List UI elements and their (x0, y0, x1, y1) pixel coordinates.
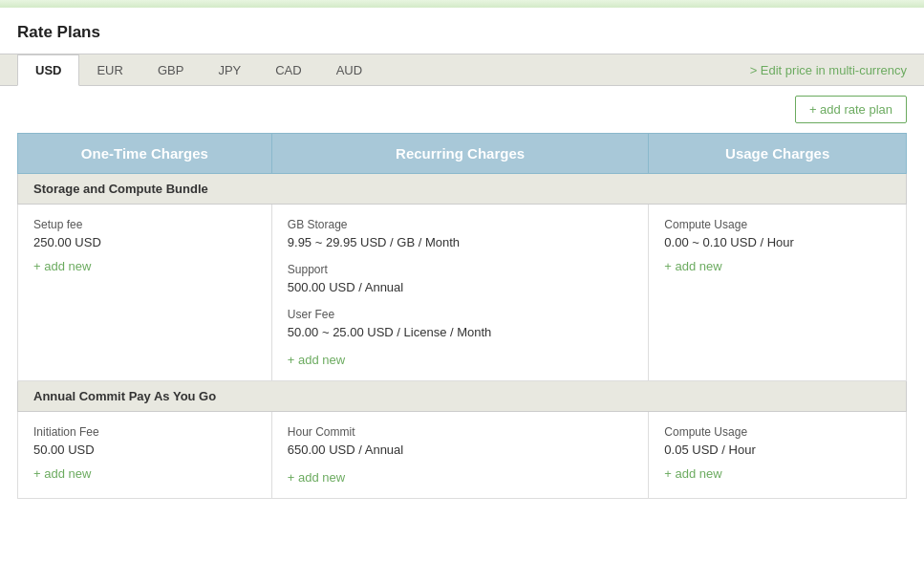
recurring-label-0-0: GB Storage (288, 218, 634, 231)
one-time-label-1-0: Initiation Fee (33, 425, 256, 439)
one-time-value-1-0: 50.00 USD (33, 443, 256, 457)
one-time-value-0-0: 250.00 USD (33, 235, 256, 249)
usage-cell-0: Compute Usage0.00 ~ 0.10 USD / Hour+ add… (649, 205, 907, 381)
recurring-label-0-2: User Fee (288, 308, 634, 321)
data-row-1: Initiation Fee50.00 USD+ add newHour Com… (18, 412, 907, 499)
header-usage: Usage Charges (649, 134, 907, 174)
usage-add-new-0[interactable]: + add new (664, 259, 721, 273)
usage-label-0-0: Compute Usage (664, 218, 891, 231)
usage-add-new-1[interactable]: + add new (664, 466, 721, 481)
usage-value-0-0: 0.00 ~ 0.10 USD / Hour (664, 235, 891, 249)
recurring-cell-1: Hour Commit650.00 USD / Annual+ add new (271, 412, 649, 499)
tab-aud[interactable]: AUD (319, 55, 379, 85)
recurring-label-1-0: Hour Commit (288, 425, 634, 439)
edit-multi-currency-link[interactable]: > Edit price in multi-currency (750, 63, 907, 77)
tab-gbp[interactable]: GBP (140, 55, 201, 85)
page-title: Rate Plans (0, 8, 924, 54)
recurring-label-0-1: Support (288, 263, 634, 276)
one-time-add-new-0[interactable]: + add new (33, 259, 91, 273)
one-time-cell-1: Initiation Fee50.00 USD+ add new (18, 412, 272, 499)
usage-label-1-0: Compute Usage (664, 425, 891, 439)
recurring-value-0-0: 9.95 ~ 29.95 USD / GB / Month (288, 235, 634, 249)
section-name-1: Annual Commit Pay As You Go (18, 381, 907, 412)
recurring-value-1-0: 650.00 USD / Annual (288, 443, 634, 457)
section-header-1: Annual Commit Pay As You Go (18, 381, 907, 412)
header-one-time: One-Time Charges (18, 134, 272, 174)
add-rate-plan-button[interactable]: + add rate plan (795, 96, 907, 123)
tab-eur[interactable]: EUR (79, 55, 140, 85)
recurring-value-0-1: 500.00 USD / Annual (288, 280, 634, 294)
header-recurring: Recurring Charges (271, 134, 649, 174)
one-time-label-0-0: Setup fee (33, 218, 256, 231)
recurring-cell-0: GB Storage9.95 ~ 29.95 USD / GB / MonthS… (271, 205, 649, 381)
section-name-0: Storage and Compute Bundle (18, 174, 907, 205)
recurring-value-0-2: 50.00 ~ 25.00 USD / License / Month (288, 325, 634, 339)
section-header-0: Storage and Compute Bundle (18, 174, 907, 205)
tab-jpy[interactable]: JPY (201, 55, 258, 85)
rate-plans-table: One-Time Charges Recurring Charges Usage… (17, 133, 907, 499)
tab-cad[interactable]: CAD (258, 55, 318, 85)
usage-value-1-0: 0.05 USD / Hour (664, 443, 891, 457)
data-row-0: Setup fee250.00 USD+ add newGB Storage9.… (18, 205, 907, 381)
recurring-add-new-0[interactable]: + add new (288, 353, 345, 367)
tab-usd[interactable]: USD (17, 54, 79, 86)
usage-cell-1: Compute Usage0.05 USD / Hour+ add new (649, 412, 907, 499)
add-rate-plan-wrapper: + add rate plan (0, 86, 924, 133)
currency-tabs: USD EUR GBP JPY CAD AUD > Edit price in … (0, 54, 924, 86)
top-bar (0, 0, 924, 8)
one-time-add-new-1[interactable]: + add new (33, 466, 91, 481)
one-time-cell-0: Setup fee250.00 USD+ add new (18, 205, 272, 381)
recurring-add-new-1[interactable]: + add new (288, 470, 345, 485)
